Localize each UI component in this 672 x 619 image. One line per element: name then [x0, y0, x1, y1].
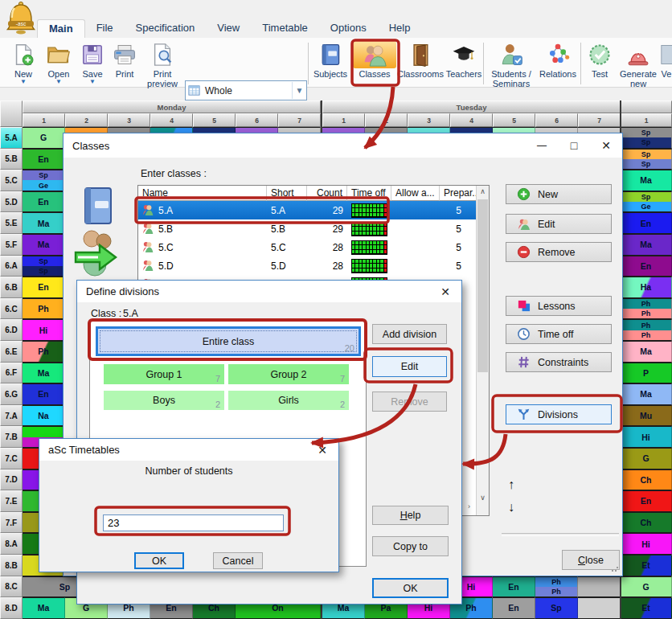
- help-button[interactable]: Help: [372, 506, 449, 525]
- timetable-cell[interactable]: Ma: [23, 234, 65, 256]
- menu-item-help[interactable]: Help: [378, 19, 422, 38]
- menu-item-file[interactable]: File: [85, 19, 125, 38]
- timetable-cell[interactable]: Ch: [621, 512, 672, 534]
- timetable-cell[interactable]: G: [23, 127, 65, 149]
- resize-grip[interactable]: [611, 564, 619, 572]
- division-item-group1[interactable]: Group 17: [104, 364, 224, 384]
- column-header-timeoff[interactable]: Time off: [347, 186, 391, 201]
- timetable-cell[interactable]: Na: [23, 405, 65, 427]
- timetable-cell[interactable]: En: [621, 490, 672, 512]
- new-button[interactable]: New: [506, 184, 612, 204]
- row-header-7.A[interactable]: 7.A: [0, 405, 23, 427]
- division-item-girls[interactable]: Girls2: [228, 391, 349, 410]
- remove-division-button[interactable]: Remove: [372, 391, 447, 412]
- row-header-6.D[interactable]: 6.D: [0, 319, 23, 341]
- toolbar-button-ve[interactable]: Ve: [659, 41, 672, 79]
- toolbar-button-generate[interactable]: Generatenew: [616, 41, 661, 88]
- column-header-count[interactable]: Count: [307, 186, 347, 201]
- close-icon[interactable]: ✕: [429, 281, 461, 302]
- divisions-dialog-titlebar[interactable]: Define divisions ✕: [77, 281, 461, 302]
- timetable-cell[interactable]: En: [493, 597, 535, 619]
- timetable-cell[interactable]: Et: [621, 597, 672, 619]
- timetable-cell[interactable]: [578, 597, 621, 619]
- toolbar-button-open[interactable]: Open▼: [42, 41, 76, 84]
- close-icon[interactable]: ✕: [590, 133, 622, 158]
- timetable-cell[interactable]: Ma: [621, 234, 672, 256]
- toolbar-button-subjects[interactable]: Subjects: [309, 41, 351, 79]
- table-row[interactable]: 5.D5.D285: [138, 256, 477, 275]
- view-selector[interactable]: Whole ▼: [185, 80, 307, 100]
- row-header-7.C[interactable]: 7.C: [0, 448, 23, 469]
- row-header-7.B[interactable]: 7.B: [0, 426, 23, 448]
- timetable-cell[interactable]: PhPh: [621, 319, 672, 341]
- toolbar-button-test[interactable]: Test: [584, 41, 616, 79]
- row-header-5.A[interactable]: 5.A: [0, 127, 23, 149]
- number-of-students-input[interactable]: [103, 514, 284, 531]
- toolbar-button-new[interactable]: New▼: [6, 41, 40, 84]
- division-item-boys[interactable]: Boys2: [104, 391, 224, 410]
- timetable-cell[interactable]: Hi: [23, 319, 65, 341]
- timetable-cell[interactable]: Ma: [621, 170, 672, 191]
- cancel-button[interactable]: Cancel: [213, 552, 263, 569]
- row-header-6.F[interactable]: 6.F: [0, 363, 23, 384]
- timetable-cell[interactable]: G: [621, 576, 672, 598]
- toolbar-button-relations[interactable]: Relations: [537, 41, 579, 79]
- close-icon[interactable]: ✕: [306, 439, 338, 461]
- timetable-cell[interactable]: En: [23, 277, 65, 298]
- students-dialog-titlebar[interactable]: aSc Timetables ✕: [39, 439, 338, 461]
- timetable-cell[interactable]: Ma: [621, 341, 672, 363]
- timetable-cell[interactable]: Ch: [621, 469, 672, 491]
- move-down-button[interactable]: ↓: [508, 500, 514, 514]
- row-header-5.D[interactable]: 5.D: [0, 191, 23, 213]
- row-header-5.E[interactable]: 5.E: [0, 212, 23, 234]
- column-header-prepar[interactable]: Prepar...: [440, 186, 477, 201]
- copy-to-button[interactable]: Copy to: [372, 536, 449, 556]
- scroll-down-icon[interactable]: ∨: [477, 494, 489, 502]
- chevron-down-icon[interactable]: ▼: [42, 79, 76, 84]
- toolbar-button-print[interactable]: Print: [109, 41, 140, 79]
- timetable-cell[interactable]: Ma: [621, 383, 672, 405]
- row-header-6.C[interactable]: 6.C: [0, 298, 23, 320]
- menu-item-options[interactable]: Options: [319, 19, 378, 38]
- scrollbar-thumb[interactable]: [477, 199, 488, 372]
- chevron-down-icon[interactable]: ▼: [77, 79, 108, 84]
- timetable-cell[interactable]: En: [23, 149, 65, 170]
- ok-button[interactable]: OK: [134, 552, 184, 569]
- toolbar-button-classes[interactable]: Classes: [353, 41, 396, 79]
- table-row[interactable]: 5.A5.A295: [138, 201, 477, 219]
- timetable-cell[interactable]: En: [23, 191, 65, 213]
- menu-item-main[interactable]: Main: [37, 19, 85, 38]
- menu-item-timetable[interactable]: Timetable: [251, 19, 319, 38]
- ok-button[interactable]: OK: [372, 578, 449, 598]
- timetable-cell[interactable]: P: [621, 363, 672, 384]
- maximize-icon[interactable]: □: [558, 133, 590, 158]
- chevron-down-icon[interactable]: ▼: [292, 82, 306, 99]
- timetable-cell[interactable]: Ma: [23, 363, 65, 384]
- timetable-cell[interactable]: [578, 576, 621, 598]
- menu-item-specification[interactable]: Specification: [125, 19, 207, 38]
- row-header-7.E[interactable]: 7.E: [0, 490, 23, 512]
- lessons-button[interactable]: Lessons: [506, 296, 612, 316]
- remove-button[interactable]: Remove: [506, 242, 612, 262]
- timetable-cell[interactable]: Et: [621, 555, 672, 576]
- timetable-cell[interactable]: En: [621, 256, 672, 277]
- timetable-cell[interactable]: Hi: [621, 426, 672, 448]
- timetable-cell[interactable]: PhPh: [535, 576, 578, 598]
- column-header-name[interactable]: Name: [138, 186, 267, 201]
- row-header-7.D[interactable]: 7.D: [0, 469, 23, 491]
- row-header-5.F[interactable]: 5.F: [0, 234, 23, 256]
- row-header-6.E[interactable]: 6.E: [0, 341, 23, 363]
- constraints-button[interactable]: Constraints: [506, 352, 612, 372]
- edit-division-button[interactable]: Edit: [372, 356, 447, 377]
- asc-bell-icon[interactable]: -asc: [5, 1, 37, 36]
- table-row[interactable]: 5.B5.B295: [138, 219, 477, 238]
- chevron-down-icon[interactable]: ▼: [6, 79, 40, 84]
- classes-dialog-titlebar[interactable]: Classes — □ ✕: [64, 133, 622, 158]
- toolbar-button-print[interactable]: Printpreview: [141, 41, 183, 88]
- division-item-group2[interactable]: Group 27: [228, 364, 349, 384]
- minimize-icon[interactable]: —: [526, 133, 558, 158]
- time-off-button[interactable]: Time off: [506, 324, 612, 344]
- column-header-allowa[interactable]: Allow a...: [391, 186, 440, 201]
- timetable-cell[interactable]: G: [621, 448, 672, 469]
- timetable-cell[interactable]: SpGe: [621, 191, 672, 213]
